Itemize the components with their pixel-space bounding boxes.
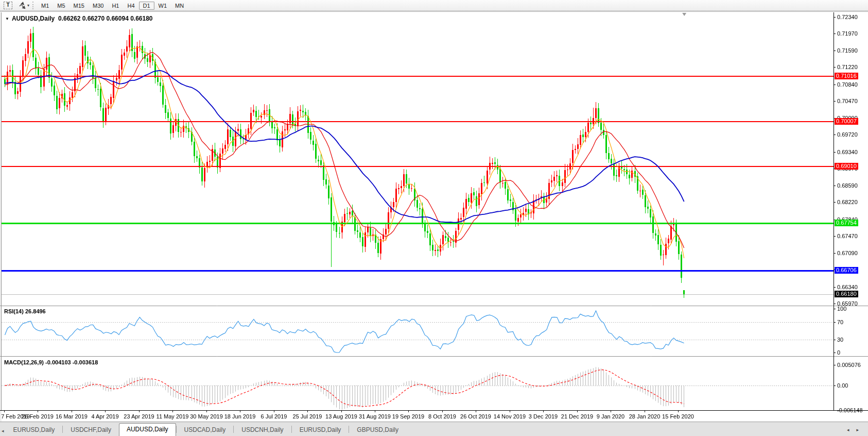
tab-scroll-arrows: ◂ ▸ (847, 427, 868, 436)
date-label: 28 Jan 2020 (629, 413, 661, 420)
timeframe-button-m30[interactable]: M30 (89, 2, 108, 10)
date-label: 3 Dec 2019 (529, 413, 558, 420)
collapse-arrow-icon[interactable]: ▼ (5, 16, 9, 21)
date-label: 14 Nov 2019 (494, 413, 526, 420)
text-label-tool-button[interactable]: T (3, 1, 13, 10)
tab-scroll-right-icon[interactable]: ▸ (856, 427, 859, 432)
arrow-tools-caret: ▾ (27, 3, 29, 8)
text-label-icon: T (4, 2, 12, 9)
price-chart-canvas[interactable] (0, 11, 868, 422)
price-tick-label: 0.66340 (837, 284, 858, 290)
price-tick-label: 0.67470 (837, 233, 858, 239)
date-label: 6 Jul 2019 (261, 413, 287, 420)
tabs-holder: EURUSD,DailyUSDCHF,DailyAUDUSD,DailyUSDC… (6, 423, 406, 436)
toolbar: T ▾ M1M5M15M30H1H4D1W1MN (0, 0, 868, 11)
date-label: 16 Mar 2019 (56, 413, 88, 420)
date-label: 18 Jun 2019 (224, 413, 256, 420)
price-tick-label: 0.70840 (837, 81, 858, 88)
tab-eurusd-daily[interactable]: EURUSD,Daily (292, 424, 349, 436)
timeframe-button-m5[interactable]: M5 (53, 2, 69, 10)
date-label: 26 Oct 2019 (460, 413, 491, 420)
macd-signal-value: -0.003618 (73, 359, 98, 365)
rsi-tick-label: 0 (837, 349, 840, 356)
chart-title: ▼AUDUSD,Daily 0.66262 0.66270 0.66094 0.… (5, 15, 153, 22)
timeframe-button-mn[interactable]: MN (171, 2, 188, 10)
timeframe-button-h4[interactable]: H4 (123, 2, 138, 10)
ohlc-open: 0.66262 (58, 15, 80, 22)
price-level-badge: 0.69010 (835, 163, 858, 170)
timeframe-button-w1[interactable]: W1 (154, 2, 171, 10)
tab-eurusd-daily[interactable]: EURUSD,Daily (6, 424, 63, 436)
date-label: 30 May 2019 (190, 413, 223, 420)
timeframe-group: M1M5M15M30H1H4D1W1MN (37, 2, 188, 10)
price-tick-label: 0.69340 (837, 149, 858, 155)
price-level-badge: 0.70007 (835, 118, 858, 125)
date-label: 9 Jan 2020 (597, 413, 624, 420)
mt4-window: T ▾ M1M5M15M30H1H4D1W1MN ▼AUDUSD,Daily 0… (0, 0, 868, 436)
tab-scroll-left-icon[interactable]: ◂ (847, 427, 849, 432)
tab-usdcnh-daily[interactable]: USDCNH,Daily (234, 424, 291, 436)
tab-usdcad-daily[interactable]: USDCAD,Daily (177, 424, 234, 436)
tab-usdchf-daily[interactable]: USDCHF,Daily (63, 424, 119, 436)
macd-tick-label: -0.006148 (837, 407, 863, 413)
ohlc-close: 0.66180 (130, 15, 152, 22)
date-label: 25 Jul 2019 (293, 413, 322, 420)
date-label: 4 Apr 2019 (91, 413, 118, 420)
price-tick-label: 0.68590 (837, 182, 858, 189)
tab-scroll-left-icon[interactable]: ◂ (0, 428, 6, 436)
price-level-badge: 0.71016 (835, 73, 858, 79)
timeframe-button-d1[interactable]: D1 (139, 2, 154, 10)
timeframe-button-m15[interactable]: M15 (70, 2, 89, 10)
arrow-tools-icon (18, 2, 26, 10)
macd-indicator-label: MACD(12,26,9) -0.004103 -0.003618 (4, 359, 98, 365)
timeframe-button-h1[interactable]: H1 (108, 2, 123, 10)
price-tick-label: 0.72340 (837, 14, 858, 20)
price-level-badge: 0.67754 (835, 220, 858, 226)
ohlc-low: 0.66094 (106, 15, 128, 22)
tab-audusd-daily[interactable]: AUDUSD,Daily (119, 423, 176, 436)
price-tick-label: 0.71970 (837, 30, 858, 37)
price-level-badge: 0.66706 (835, 267, 858, 274)
rsi-tick-label: 100 (837, 306, 846, 312)
rsi-value: 26.8496 (25, 308, 46, 314)
date-label: 21 Dec 2019 (561, 413, 593, 420)
date-label: 11 May 2019 (157, 413, 189, 420)
rsi-tick-label: 30 (837, 337, 843, 343)
date-label: 19 Sep 2019 (392, 413, 424, 420)
macd-tick-label: 0.00 (837, 382, 848, 389)
rsi-tick-label: 70 (837, 319, 843, 325)
date-label: 15 Feb 2020 (662, 413, 694, 420)
chart-window: ▼AUDUSD,Daily 0.66262 0.66270 0.66094 0.… (0, 11, 868, 422)
price-tick-label: 0.68220 (837, 199, 858, 205)
price-tick-label: 0.71590 (837, 47, 858, 54)
arrow-tools-button[interactable]: ▾ (18, 1, 30, 10)
chart-tab-bar: ◂ EURUSD,DailyUSDCHF,DailyAUDUSD,DailyUS… (0, 422, 868, 436)
macd-main-value: -0.004103 (45, 359, 71, 365)
current-price-badge: 0.66180 (835, 291, 858, 297)
ohlc-high: 0.66270 (82, 15, 105, 22)
date-label: 31 Aug 2019 (359, 413, 391, 420)
toolbar-separator (32, 2, 35, 9)
tab-gbpusd-daily[interactable]: GBPUSD,Daily (349, 424, 406, 436)
date-label: 23 Apr 2019 (124, 413, 154, 420)
price-tick-label: 0.71220 (837, 64, 858, 70)
date-label: 8 Oct 2019 (428, 413, 456, 420)
price-tick-label: 0.67090 (837, 250, 858, 256)
price-tick-label: 0.70470 (837, 98, 858, 104)
rsi-indicator-label: RSI(14) 26.8496 (4, 308, 46, 314)
date-label: 13 Aug 2019 (325, 413, 357, 420)
date-label: 26 Feb 2019 (22, 413, 54, 420)
price-tick-label: 0.69720 (837, 131, 858, 138)
macd-tick-label: 0.005076 (837, 362, 861, 368)
timeframe-button-m1[interactable]: M1 (37, 2, 53, 10)
